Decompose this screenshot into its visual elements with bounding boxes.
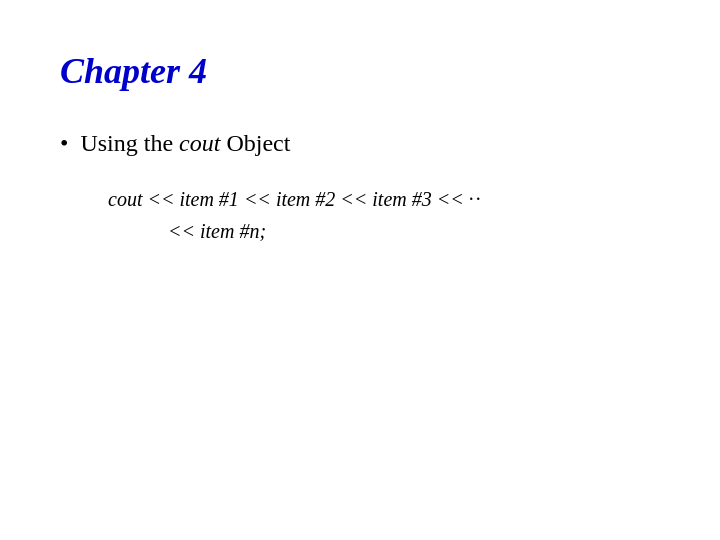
code-sep2: << (335, 188, 372, 210)
bullet-section: • Using the cout Object cout << item #1 … (60, 130, 660, 247)
code-item2: item #2 (276, 188, 335, 210)
bullet-label-normal: Using the (80, 130, 173, 156)
code-ellipsis: ·· (469, 188, 483, 210)
code-line-1: cout << item #1 << item #2 << item #3 <<… (108, 183, 660, 215)
code-item3: item #3 (372, 188, 431, 210)
code-item-n: item #n; (200, 220, 266, 242)
code-sep3: << (432, 188, 469, 210)
chapter-title: Chapter 4 (60, 50, 660, 92)
code-sep1: << (239, 188, 276, 210)
code-line-2: << item #n; (168, 215, 660, 247)
code-item1: item #1 (179, 188, 238, 210)
code-line2-prefix: << (168, 220, 200, 242)
slide: Chapter 4 • Using the cout Object cout <… (0, 0, 720, 540)
bullet-label-italic: cout (179, 130, 220, 156)
chapter-prefix: Chapter (60, 51, 180, 91)
bullet-dot: • (60, 130, 68, 157)
bullet-text: Using the cout Object (80, 130, 290, 157)
chapter-number: 4 (189, 51, 207, 91)
code-block: cout << item #1 << item #2 << item #3 <<… (108, 183, 660, 247)
code-cout: cout << (108, 188, 179, 210)
bullet-label-suffix: Object (226, 130, 290, 156)
bullet-item: • Using the cout Object (60, 130, 660, 157)
